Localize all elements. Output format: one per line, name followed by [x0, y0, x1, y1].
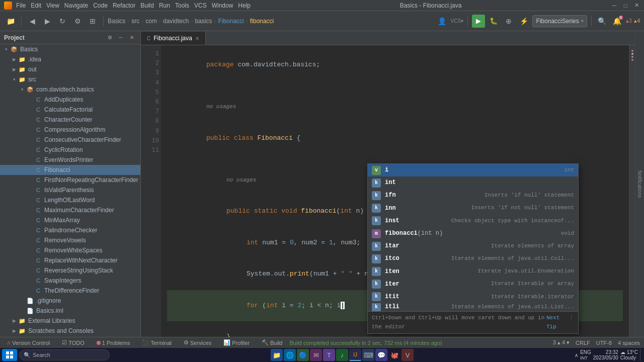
profiler-button[interactable]: 📊 Profiler — [220, 338, 253, 347]
autocomplete-popup[interactable]: v i int k int k ifn Inserts 'if null' st… — [367, 163, 579, 334]
close-button[interactable]: ✕ — [633, 2, 640, 9]
tree-item-calculatefactorial[interactable]: ▶ C CalculateFactorial — [0, 105, 140, 115]
taskbar-teams-icon[interactable]: T — [323, 349, 335, 361]
minimize-button[interactable]: ─ — [611, 2, 618, 9]
code-text[interactable]: package com.davidtech.basics; no usages … — [161, 45, 629, 337]
tree-item-cyclic[interactable]: ▶ C CyclicRotation — [0, 145, 140, 155]
menu-navigate[interactable]: Navigate — [64, 2, 88, 9]
taskbar-idea-icon[interactable]: IJ — [349, 349, 361, 361]
tree-item-lengthlastword[interactable]: ▶ C LengthOfLastWord — [0, 195, 140, 205]
tree-item-basics[interactable]: ▾ 📦 Basics — [0, 44, 140, 54]
tree-item-basicsiml[interactable]: ▶ 📄 Basics.iml — [0, 306, 140, 316]
menu-refactor[interactable]: Refactor — [113, 2, 135, 9]
coverage-button[interactable]: ⊕ — [502, 15, 515, 28]
breadcrumb-basics[interactable]: Basics — [108, 18, 125, 25]
tree-item-package[interactable]: ▾ 📦 com.davidtech.basics — [0, 84, 140, 95]
notifications-gutter[interactable]: Notifications — [635, 31, 644, 337]
ac-item-iter[interactable]: k iter Iterate Iterable or array — [368, 278, 578, 291]
refresh-button[interactable]: ↻ — [56, 15, 69, 28]
ac-item-i[interactable]: v i int — [368, 164, 578, 176]
menu-tools[interactable]: Tools — [175, 2, 189, 9]
menu-edit[interactable]: Edit — [31, 2, 41, 9]
taskbar-lang[interactable]: ENGINT — [580, 349, 591, 360]
tree-item-src[interactable]: ▾ 📁 src — [0, 74, 140, 84]
profile-run-button[interactable]: ⚡ — [517, 15, 530, 28]
line-ending-indicator[interactable]: CRLF — [576, 340, 590, 346]
ac-item-iten[interactable]: k iten Iterate java.util.Enumeration — [368, 265, 578, 278]
run-config-selector[interactable]: FibonacciSeries ▾ — [532, 15, 587, 27]
ac-item-itli[interactable]: k itli Iterate elements of java.util.Lis… — [368, 303, 578, 311]
tree-item-consecutive[interactable]: ▶ C ConsecutiveCharacterFinder — [0, 135, 140, 145]
open-project-button[interactable]: 📁 — [4, 15, 17, 28]
forward-button[interactable]: ▶ — [41, 15, 54, 28]
breadcrumb-src[interactable]: src — [131, 18, 139, 25]
menu-help[interactable]: Help — [238, 2, 251, 9]
menu-view[interactable]: View — [46, 2, 59, 9]
taskbar-vm-icon[interactable]: V — [401, 349, 414, 361]
debug-button[interactable]: 🐛 — [487, 15, 500, 28]
autocomplete-settings-icon[interactable]: ⋮ — [569, 314, 574, 331]
encoding-indicator[interactable]: UTF-8 — [596, 340, 612, 346]
maximize-button[interactable]: □ — [622, 2, 629, 9]
tree-item-maxchar[interactable]: ▶ C MaximumCharacterFinder — [0, 205, 140, 215]
tree-item-evenwords[interactable]: ▶ C EvenWordsPrinter — [0, 155, 140, 165]
taskbar-chevron-icon[interactable]: ∧ — [575, 352, 578, 358]
ac-item-inn[interactable]: k inn Inserts 'if not null' statement — [368, 202, 578, 215]
taskbar-chrome-icon[interactable]: 🔵 — [297, 349, 309, 361]
menu-vcs[interactable]: VCS — [194, 2, 207, 9]
sidebar-close[interactable]: ✕ — [127, 33, 136, 42]
run-button[interactable]: ▶ — [472, 15, 485, 28]
layout-button[interactable]: ⊞ — [86, 15, 99, 28]
breadcrumb-basics2[interactable]: basics — [195, 18, 212, 25]
version-control-button[interactable]: ⑃ Version Control — [4, 339, 53, 347]
taskbar-discord-icon[interactable]: 💬 — [375, 349, 387, 361]
menu-code[interactable]: Code — [93, 2, 108, 9]
taskbar-edge-icon[interactable]: 🌐 — [284, 349, 296, 361]
show-desktop-button[interactable] — [640, 349, 642, 361]
menu-build[interactable]: Build — [140, 2, 154, 9]
terminal-button[interactable]: ⬛ Terminal — [139, 338, 175, 347]
vcs-button[interactable]: VCS▾ — [450, 15, 463, 28]
taskbar-datetime[interactable]: 23:32 2023/05/30 — [593, 349, 618, 360]
ac-item-ifn[interactable]: k ifn Inserts 'if null' statement — [368, 189, 578, 202]
tree-item-scratches[interactable]: ▶ 📁 Scratches and Consoles — [0, 326, 140, 336]
line-col-indicator[interactable]: 3 ▴ 4 ▾ — [553, 339, 570, 346]
ac-item-int[interactable]: k int — [368, 176, 578, 189]
settings-button[interactable]: ⚙ — [71, 15, 84, 28]
autocomplete-next-tip[interactable]: Next Tip — [546, 314, 569, 331]
tree-item-compression[interactable]: ▶ C CompressionAlgorithm — [0, 125, 140, 135]
menu-file[interactable]: File — [16, 2, 26, 9]
taskbar-github-icon[interactable]: 🐙 — [388, 349, 400, 361]
build-panel-button[interactable]: 🔨 Build — [259, 338, 285, 347]
taskbar-explorer-icon[interactable]: 📁 — [271, 349, 283, 361]
ac-item-itco[interactable]: k itco Iterate elements of java.util.Col… — [368, 252, 578, 265]
notifications-button[interactable]: 🔔 3 — [611, 15, 624, 28]
tab-fibonacci[interactable]: C Fibonacci.java ✕ — [141, 32, 206, 45]
breadcrumb-com[interactable]: com — [145, 18, 157, 25]
ac-item-itar[interactable]: k itar Iterate elements of array — [368, 240, 578, 252]
tree-item-replacenext[interactable]: ▶ C ReplaceWithNextCharacter — [0, 255, 140, 265]
back-button[interactable]: ◀ — [26, 15, 39, 28]
ac-item-fibonacci[interactable]: m fibonacci(int n) void — [368, 227, 578, 240]
tree-item-out[interactable]: ▶ 📁 out — [0, 64, 140, 74]
breadcrumb-fibonacci-class[interactable]: Fibonacci — [218, 18, 244, 25]
ac-item-itit[interactable]: k itit Iterate Iterable.iterator — [368, 291, 578, 303]
tree-item-external-libs[interactable]: ▶ 📁 External Libraries — [0, 316, 140, 326]
tree-item-minmax[interactable]: ▶ C MinMaxArray — [0, 215, 140, 225]
taskbar-vscode-icon[interactable]: ⌨ — [362, 349, 374, 361]
profile-button[interactable]: 👤 — [435, 15, 448, 28]
menu-window[interactable]: Window — [212, 2, 233, 9]
sidebar-gear[interactable]: ⚙ — [105, 33, 114, 42]
tree-item-charactercounter[interactable]: ▶ C CharacterCounter — [0, 115, 140, 125]
tree-item-removewhitespace[interactable]: ▶ C RemoveWhiteSpaces — [0, 245, 140, 255]
todo-button[interactable]: ☑ TODO — [59, 338, 88, 347]
windows-start-button[interactable] — [2, 349, 17, 361]
taskbar-mail-icon[interactable]: ✉ — [310, 349, 322, 361]
tree-item-isvalid[interactable]: ▶ C IsValidParenthesis — [0, 185, 140, 195]
tree-item-idea[interactable]: ▶ 📁 .idea — [0, 54, 140, 64]
tree-item-reversestring[interactable]: ▶ C ReverseStringUsingStack — [0, 265, 140, 276]
tree-item-difference[interactable]: ▶ C TheDifferenceFinder — [0, 286, 140, 296]
taskbar-search[interactable]: 🔍 Search — [19, 349, 110, 360]
indent-indicator[interactable]: 4 spaces — [618, 340, 640, 346]
services-button[interactable]: ⚙ Services — [181, 338, 214, 347]
